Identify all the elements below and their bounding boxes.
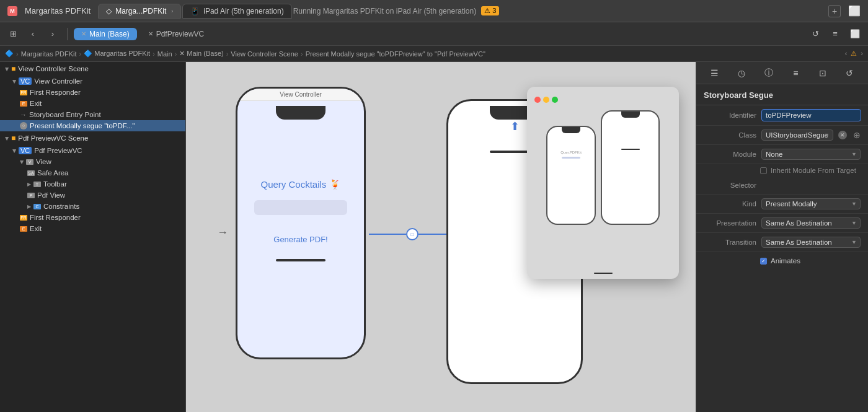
sidebar-safe-area[interactable]: SA Safe Area [0, 167, 185, 178]
phone1-notch [276, 106, 326, 120]
animates-row: ✓ Animates [696, 252, 868, 270]
main-base-label: Main (Base) [89, 30, 130, 38]
inherit-module-row: Inherit Module From Target [696, 164, 868, 179]
exit-1-icon: E [20, 101, 27, 107]
sidebar-first-responder-1[interactable]: FR First Responder [0, 87, 185, 98]
inherit-module-checkbox[interactable] [760, 167, 767, 174]
expand-button[interactable]: ⬜ [847, 26, 863, 42]
phone1-bottom-bar [276, 259, 326, 261]
mini-content-2 [602, 118, 658, 146]
presentation-select[interactable]: Same As Destination [761, 217, 861, 229]
breadcrumb-back[interactable]: ‹ [845, 50, 848, 58]
class-clear-button[interactable]: ✕ [838, 131, 847, 139]
kind-select[interactable]: Present Modally [761, 198, 861, 209]
first-responder-1-label: First Responder [30, 89, 81, 96]
toolbar-icon: T [33, 182, 41, 187]
mini-phone-1: Quer.PDFKit [546, 126, 596, 225]
module-select[interactable]: None [761, 149, 861, 160]
pdf-preview-label: PdfPreviewVC [156, 30, 204, 38]
transition-select[interactable]: Same As Destination [761, 237, 861, 248]
breadcrumb-sep-1: › [16, 50, 19, 58]
phone1-search-bar[interactable] [254, 200, 347, 215]
refresh-button[interactable]: ↺ [807, 26, 823, 42]
breadcrumb-4[interactable]: Main [157, 50, 172, 58]
tab-close-2[interactable]: ✕ [148, 30, 153, 37]
section-pdf-preview-scene[interactable]: ▶ ■ Pdf PreviewVC Scene [0, 131, 185, 145]
tab2-icon: 📱 [190, 7, 200, 15]
sidebar-view[interactable]: ▶ V View [0, 156, 185, 167]
sidebar-toolbar[interactable]: ▶ T Toolbar [0, 178, 185, 190]
class-add-button[interactable]: ⊕ [853, 130, 861, 140]
right-tool-refresh[interactable]: ↺ [841, 65, 857, 81]
tab-close-1[interactable]: ✕ [81, 30, 86, 37]
class-select-wrapper: UIStoryboardSegue ▼ [761, 129, 833, 141]
first-responder-2-label: First Responder [30, 214, 81, 221]
view-label: View [36, 158, 51, 165]
mini-notch-2 [621, 112, 640, 118]
breadcrumb-sep-3: › [153, 50, 155, 58]
breadcrumb-1[interactable]: 🔷 [5, 50, 14, 58]
sidebar-first-responder-2[interactable]: FR First Responder [0, 212, 185, 223]
sidebar-storyboard-entry[interactable]: → Storyboard Entry Point [0, 109, 185, 120]
vc-chevron: ▶ [12, 79, 17, 83]
breadcrumb-6[interactable]: View Controller Scene [231, 50, 298, 58]
sidebar-exit-1[interactable]: E Exit [0, 98, 185, 109]
phone1-content: Query Cocktails 🍹 Generate PDF! [237, 120, 364, 279]
sidebar-pdf-previewvc[interactable]: ▶ VC Pdf PreviewVC [0, 145, 185, 156]
phone1-generate-btn[interactable]: Generate PDF! [273, 235, 327, 244]
sidebar-pdf-view[interactable]: P Pdf View [0, 190, 185, 201]
tab2-label: iPad Air (5th generation) [203, 7, 283, 15]
identifier-label: Identifier [704, 112, 756, 119]
right-tool-info[interactable]: ⓘ [761, 65, 777, 81]
right-tool-clock[interactable]: ◷ [733, 65, 750, 81]
pdf-vc-label: Pdf PreviewVC [34, 147, 82, 154]
breadcrumb-5[interactable]: ✕ Main (Base) [179, 50, 223, 58]
toolbar-right: ↺ ≡ ⬜ [807, 26, 863, 42]
breadcrumb-actions: ‹ ⚠ › [845, 50, 863, 58]
canvas[interactable]: View Controller Query Cocktails 🍹 Genera… [186, 62, 696, 412]
back-button[interactable]: ‹ [25, 26, 41, 42]
pdf-preview-tab[interactable]: ✕ PdfPreviewVC [141, 28, 211, 40]
main-base-tab[interactable]: ✕ Main (Base) [74, 28, 137, 40]
transition-row: Transition Same As Destination ▼ [696, 233, 868, 252]
pdf-vc-chevron: ▶ [12, 149, 17, 152]
breadcrumb-sep-5: › [226, 50, 229, 58]
segue-node: □ [406, 228, 418, 240]
sidebar-exit-2[interactable]: E Exit [0, 223, 185, 234]
forward-button[interactable]: › [45, 26, 61, 42]
right-tool-sliders[interactable]: ≡ [787, 65, 804, 81]
breadcrumb-2[interactable]: Margaritas PDFKit [21, 50, 77, 58]
breadcrumb-forward[interactable]: › [861, 50, 863, 58]
breadcrumb-3[interactable]: 🔷 Margaritas PDFKit [84, 50, 150, 58]
add-tab-button[interactable]: + [828, 5, 841, 17]
tab1-icon: ◇ [106, 7, 112, 15]
presentation-label: Presentation [704, 219, 756, 227]
safe-area-label: Safe Area [37, 169, 69, 177]
right-tool-view[interactable]: ⊡ [815, 65, 831, 81]
breadcrumb-7[interactable]: Present Modally segue "toPDFPreview" to … [306, 50, 485, 58]
list-button[interactable]: ≡ [827, 26, 843, 42]
module-row: Module None ▼ [696, 145, 868, 164]
grid-view-button[interactable]: ⊞ [5, 26, 21, 42]
app-title: Margaritas PDFKit [25, 6, 91, 15]
exit-2-icon: E [20, 226, 27, 232]
sidebar-constraints[interactable]: ▶ C Constraints [0, 201, 185, 212]
kind-label: Kind [704, 200, 756, 208]
breadcrumb-sep-2: › [79, 50, 82, 58]
dot-red [534, 97, 541, 103]
title-tab-2[interactable]: 📱 iPad Air (5th generation) [182, 4, 291, 19]
class-select[interactable]: UIStoryboardSegue [761, 129, 833, 141]
breadcrumb-sep-6: › [301, 50, 303, 58]
animates-checkmark: ✓ [761, 258, 766, 264]
title-tab-1[interactable]: ◇ Marga...PDFKit › [98, 4, 181, 19]
sidebar-segue[interactable]: ○ Present Modally segue "toPDF..." [0, 120, 185, 131]
right-tool-file[interactable]: ☰ [707, 65, 723, 81]
sidebar-view-controller[interactable]: ▶ VC View Controller [0, 76, 185, 87]
identifier-input[interactable] [761, 109, 861, 121]
constraints-chevron: ▶ [27, 204, 31, 209]
pdf-view-icon: P [27, 193, 35, 198]
presentation-select-wrapper: Same As Destination ▼ [761, 217, 861, 229]
section-view-controller-scene[interactable]: ▶ ■ View Controller Scene [0, 62, 185, 76]
animates-checkbox[interactable]: ✓ [760, 258, 767, 265]
module-label: Module [704, 151, 756, 158]
